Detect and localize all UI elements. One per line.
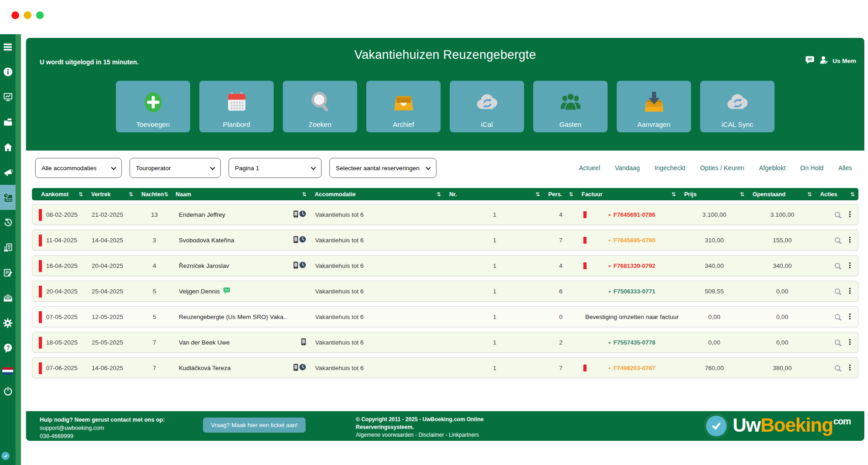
quick-link-ingecheckt[interactable]: Ingecheckt xyxy=(655,164,686,172)
clock-icon xyxy=(299,364,306,372)
window-minimize-button[interactable] xyxy=(24,11,31,19)
sort-icon[interactable]: ⇅ xyxy=(535,191,540,198)
action-button-ical-sync[interactable]: iCAL Sync xyxy=(700,81,774,132)
row-menu-icon[interactable]: ⋮ xyxy=(846,287,853,295)
table-row[interactable]: 08-02-2025 21-02-2025 13 Endeman Jeffrey… xyxy=(32,204,858,225)
filter-dropdown-0[interactable]: Alle accommodaties xyxy=(35,158,122,178)
sort-icon[interactable]: ⇅ xyxy=(164,191,168,198)
sort-icon[interactable]: ⇅ xyxy=(569,191,573,198)
row-status-bar xyxy=(39,237,42,244)
sort-icon[interactable]: ⇅ xyxy=(129,191,133,198)
column-label: Pers. xyxy=(548,191,562,198)
table-row[interactable]: 18-05-2025 25-05-2025 7 Van der Beek Uwe… xyxy=(32,332,858,353)
chat-bubble-icon[interactable] xyxy=(804,55,816,66)
column-header-naam[interactable]: Naam⇅ xyxy=(171,191,310,198)
row-menu-icon[interactable]: ⋮ xyxy=(846,262,853,269)
column-header-nachten[interactable]: Nachten⇅ xyxy=(137,191,171,198)
row-menu-icon[interactable]: ⋮ xyxy=(846,364,853,371)
filter-dropdown-3[interactable]: Selecteer aantal reserveringen xyxy=(329,158,437,178)
sidebar-item-promotion[interactable] xyxy=(0,160,16,185)
action-button-planbord[interactable]: Planbord xyxy=(199,81,274,132)
quick-link-actueel[interactable]: Actueel xyxy=(579,164,600,172)
sort-icon[interactable]: ⇅ xyxy=(850,191,855,198)
cell-name: Reuzengebergte (Us Mem SRO) Vaka.. xyxy=(172,313,311,320)
column-header-pers-[interactable]: Pers.⇅ xyxy=(544,191,577,198)
support-email[interactable]: support@uwboeking.com xyxy=(40,424,190,432)
view-details-icon[interactable] xyxy=(835,288,840,294)
cell-invoice[interactable]: •Bevestiging omzetten naar factuur xyxy=(577,313,680,320)
create-ticket-button[interactable]: Vraag? Maak hier een ticket aan! xyxy=(203,418,306,433)
table-row[interactable]: 16-04-2025 20-04-2025 4 Řezníček Jarosla… xyxy=(32,255,858,276)
sidebar-item-stats[interactable] xyxy=(0,84,16,110)
quick-link-alles[interactable]: Alles xyxy=(838,164,852,172)
cell-invoice[interactable]: •F7645695-0790 xyxy=(577,237,680,244)
view-details-icon[interactable] xyxy=(835,263,840,268)
quick-link-on-hold[interactable]: On Hold xyxy=(800,164,823,172)
table-row[interactable]: 07-06-2025 14-06-2025 7 Kudláčková Terez… xyxy=(32,357,858,378)
row-menu-icon[interactable]: ⋮ xyxy=(846,339,853,346)
column-header-factuur[interactable]: Factuur⇅ xyxy=(577,191,680,198)
table-row[interactable]: 07-05-2025 12-05-2025 5 Reuzengebergte (… xyxy=(32,306,858,327)
cell-invoice[interactable]: •F7506333-0771 xyxy=(577,288,680,295)
sidebar-item-home[interactable] xyxy=(0,135,16,160)
column-header-prijs[interactable]: Prijs⇅ xyxy=(680,191,748,198)
table-row[interactable]: 20-04-2025 25-04-2025 5 Veijgen Dennis V… xyxy=(32,281,858,302)
sidebar-item-archive[interactable] xyxy=(0,110,16,135)
sort-icon[interactable]: ⇅ xyxy=(302,191,307,198)
column-header-acties[interactable]: Acties⇅ xyxy=(816,191,858,198)
row-menu-icon[interactable]: ⋮ xyxy=(846,211,853,218)
cell-invoice[interactable]: •F7645691-0786 xyxy=(577,211,680,218)
view-details-icon[interactable] xyxy=(835,340,840,345)
sidebar-item-history[interactable] xyxy=(0,210,16,235)
view-details-icon[interactable] xyxy=(835,365,840,371)
sidebar-item-mail[interactable] xyxy=(0,285,16,310)
sidebar-item-language-nl[interactable] xyxy=(0,361,16,381)
cell-arrival: 07-06-2025 xyxy=(32,365,87,371)
cell-actions: ⋮ xyxy=(816,211,858,218)
sidebar-item-menu[interactable] xyxy=(0,34,16,59)
column-header-accommodatie[interactable]: Accommodatie⇅ xyxy=(310,191,445,198)
sidebar-item-notes[interactable] xyxy=(0,260,16,285)
action-button-archief[interactable]: Archief xyxy=(366,81,441,132)
cell-invoice[interactable]: •F7681339-0792 xyxy=(577,262,680,269)
quick-link-vandaag[interactable]: Vandaag xyxy=(615,164,640,172)
view-details-icon[interactable] xyxy=(835,237,840,243)
table-row[interactable]: 11-04-2025 14-04-2025 3 Svobodová Kateři… xyxy=(32,230,858,251)
action-button-toevoegen[interactable]: Toevoegen xyxy=(116,81,190,132)
action-button-aanvragen[interactable]: Aanvragen xyxy=(617,81,691,132)
column-header-aankomst[interactable]: Aankomst⇅ xyxy=(32,191,87,198)
footer-links[interactable]: Algemene voorwaarden - Disclaimer - Link… xyxy=(356,432,479,438)
quick-link-opties-keuren[interactable]: Opties / Keuren xyxy=(700,164,744,172)
sidebar-item-settings[interactable] xyxy=(0,310,16,335)
view-details-icon[interactable] xyxy=(835,314,840,319)
row-menu-icon[interactable]: ⋮ xyxy=(846,313,853,320)
sort-icon[interactable]: ⇅ xyxy=(437,191,441,198)
action-button-zoeken[interactable]: Zoeken xyxy=(283,81,357,132)
action-button-gasten[interactable]: Gasten xyxy=(533,81,608,132)
sidebar-item-logout[interactable] xyxy=(0,381,16,402)
sort-icon[interactable]: ⇅ xyxy=(78,191,83,198)
row-menu-icon[interactable]: ⋮ xyxy=(846,236,853,244)
user-menu[interactable]: Us Mem xyxy=(804,55,856,66)
column-header-vertrek[interactable]: Vertrek⇅ xyxy=(87,191,137,198)
quick-link-afgeblokt[interactable]: Afgeblokt xyxy=(759,164,785,172)
window-close-button[interactable] xyxy=(11,11,19,19)
sidebar-item-invoices[interactable]: € xyxy=(0,235,16,260)
sort-icon[interactable]: ⇅ xyxy=(740,191,744,198)
filter-dropdown-2[interactable]: Pagina 1 xyxy=(229,158,322,178)
sidebar-item-planning[interactable] xyxy=(0,185,16,210)
sort-icon[interactable]: ⇅ xyxy=(671,191,676,198)
sidebar-item-help[interactable]: ? xyxy=(0,335,16,361)
action-button-ical[interactable]: iCal xyxy=(450,81,524,132)
sidebar: €? xyxy=(0,34,16,465)
cell-invoice[interactable]: •F7557435-0778 xyxy=(577,339,680,346)
window-maximize-button[interactable] xyxy=(36,11,44,19)
column-header-nr-[interactable]: Nr.⇅ xyxy=(445,191,544,198)
guest-chat-icon[interactable] xyxy=(223,287,230,296)
view-details-icon[interactable] xyxy=(835,212,840,217)
column-header-openstaand[interactable]: Openstaand⇅ xyxy=(748,191,816,198)
sort-icon[interactable]: ⇅ xyxy=(807,191,812,198)
filter-dropdown-1[interactable]: Touroperator xyxy=(130,158,221,178)
cell-invoice[interactable]: •F7498203-0767 xyxy=(577,365,680,371)
sidebar-item-info[interactable] xyxy=(0,59,16,84)
